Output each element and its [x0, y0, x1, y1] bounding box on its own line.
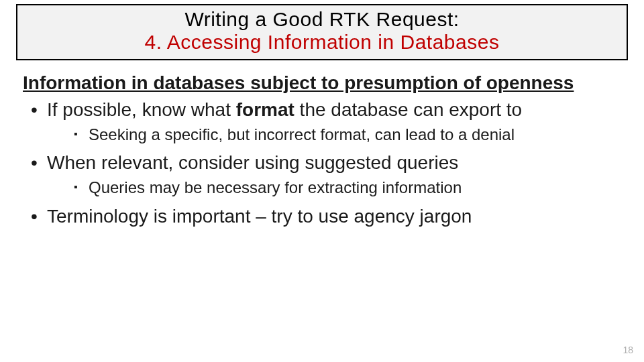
bullet3-text: Terminology is important – try to use ag… [47, 206, 472, 227]
bullet-item-3: Terminology is important – try to use ag… [23, 204, 621, 228]
page-number: 18 [623, 345, 633, 355]
title-line1: Writing a Good RTK Request: [23, 8, 621, 31]
slide-content: Information in databases subject to pres… [0, 60, 644, 228]
sub-bullet-2: Queries may be necessary for extracting … [47, 177, 621, 198]
bullet-item-1: If possible, know what format the databa… [23, 98, 621, 145]
sub-bullet-list-1: Seeking a specific, but incorrect format… [47, 124, 621, 145]
bullet1-pre: If possible, know what [47, 99, 236, 120]
title-line2: 4. Accessing Information in Databases [23, 31, 621, 54]
bullet-list: If possible, know what format the databa… [23, 98, 621, 228]
bullet1-post: the database can export to [294, 99, 522, 120]
section-heading: Information in databases subject to pres… [23, 72, 621, 94]
bullet-item-2: When relevant, consider using suggested … [23, 151, 621, 198]
bullet2-text: When relevant, consider using suggested … [47, 152, 458, 173]
title-box: Writing a Good RTK Request: 4. Accessing… [16, 4, 628, 60]
bullet1-bold: format [236, 99, 294, 120]
sub-bullet-list-2: Queries may be necessary for extracting … [47, 177, 621, 198]
sub-bullet-1: Seeking a specific, but incorrect format… [47, 124, 621, 145]
